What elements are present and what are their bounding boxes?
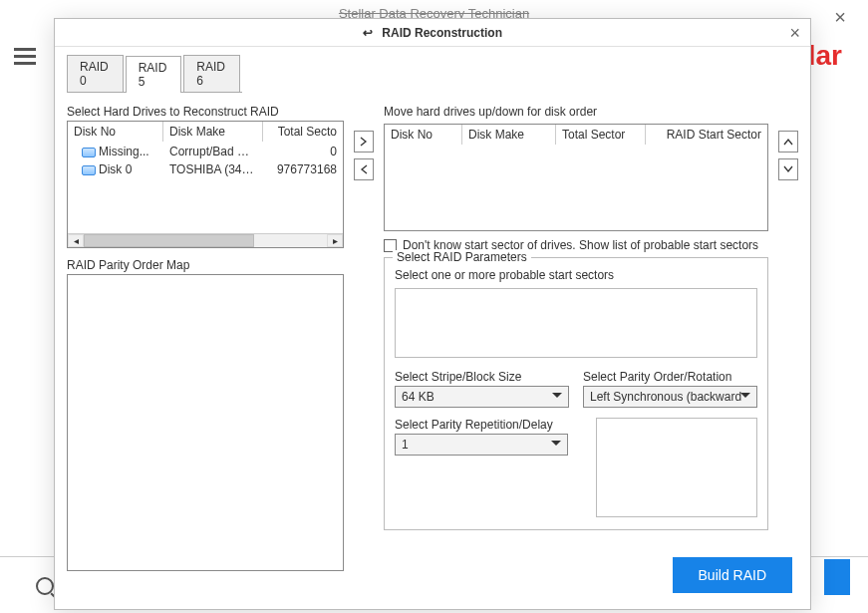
dialog-title-text: RAID Reconstruction bbox=[382, 26, 502, 40]
bg-primary-button-fragment[interactable] bbox=[824, 559, 850, 595]
chevron-down-icon bbox=[552, 393, 562, 398]
cell-sector: 976773168 bbox=[263, 160, 343, 178]
undo-icon: ↪ bbox=[363, 19, 373, 47]
table-row[interactable]: Missing... Corrupt/Bad RA... 0 bbox=[68, 143, 343, 160]
parity-map-label: RAID Parity Order Map bbox=[67, 258, 344, 272]
hamburger-icon[interactable] bbox=[14, 44, 36, 69]
bg-close-icon[interactable]: × bbox=[834, 6, 846, 29]
parity-delay-value: 1 bbox=[402, 438, 409, 452]
close-icon[interactable]: × bbox=[789, 23, 800, 44]
parity-order-label: Select Parity Order/Rotation bbox=[583, 370, 757, 384]
col-total-sector[interactable]: Total Secto bbox=[263, 122, 343, 142]
cell-disk-make: TOSHIBA (34CK... bbox=[163, 160, 263, 178]
move-drives-label: Move hard drives up/down for disk order bbox=[384, 105, 768, 119]
move-right-button[interactable] bbox=[354, 131, 374, 153]
tab-raid5[interactable]: RAID 5 bbox=[126, 56, 182, 93]
probable-sectors-list[interactable] bbox=[395, 288, 757, 358]
move-left-button[interactable] bbox=[354, 158, 374, 180]
cell-disk-no: Disk 0 bbox=[68, 160, 163, 178]
chevron-down-icon bbox=[783, 164, 793, 174]
tab-raid6[interactable]: RAID 6 bbox=[183, 55, 240, 92]
parity-rotation-box bbox=[596, 418, 757, 517]
probable-sectors-label: Select one or more probable start sector… bbox=[395, 268, 757, 282]
tab-raid0[interactable]: RAID 0 bbox=[67, 55, 124, 92]
scroll-right-icon[interactable]: ▸ bbox=[327, 234, 343, 247]
cell-disk-no: Missing... bbox=[68, 143, 163, 160]
col-total-sector[interactable]: Total Sector bbox=[556, 125, 646, 145]
col-disk-make[interactable]: Disk Make bbox=[462, 125, 556, 145]
stripe-size-label: Select Stripe/Block Size bbox=[395, 370, 569, 384]
raid-tabs: RAID 0 RAID 5 RAID 6 bbox=[67, 55, 242, 93]
parity-delay-select[interactable]: 1 bbox=[395, 434, 568, 456]
stripe-size-select[interactable]: 64 KB bbox=[395, 386, 569, 408]
chevron-down-icon bbox=[551, 441, 561, 446]
move-down-button[interactable] bbox=[778, 158, 798, 180]
move-up-button[interactable] bbox=[778, 131, 798, 153]
select-drives-label: Select Hard Drives to Reconstruct RAID bbox=[67, 105, 344, 119]
cell-sector: 0 bbox=[263, 143, 343, 160]
parity-map-box bbox=[67, 274, 344, 571]
ordered-drives-list[interactable]: Disk No Disk Make Total Sector RAID Star… bbox=[384, 124, 768, 231]
col-disk-no[interactable]: Disk No bbox=[68, 122, 163, 142]
cell-disk-make: Corrupt/Bad RA... bbox=[163, 143, 263, 160]
scroll-left-icon[interactable]: ◂ bbox=[68, 234, 84, 247]
parity-order-value: Left Synchronous (backward bbox=[590, 390, 741, 404]
parity-order-select[interactable]: Left Synchronous (backward bbox=[583, 386, 757, 408]
raid-parameters-legend: Select RAID Parameters bbox=[393, 250, 531, 264]
build-raid-button[interactable]: Build RAID bbox=[673, 557, 792, 593]
table-row[interactable]: Disk 0 TOSHIBA (34CK... 976773168 bbox=[68, 160, 343, 178]
chevron-down-icon bbox=[740, 393, 750, 398]
dialog-titlebar: ↪ RAID Reconstruction × bbox=[55, 19, 810, 47]
dialog-title: ↪ RAID Reconstruction bbox=[55, 19, 810, 47]
stripe-size-value: 64 KB bbox=[402, 390, 434, 404]
chevron-up-icon bbox=[783, 137, 793, 147]
scroll-thumb[interactable] bbox=[84, 234, 254, 247]
parity-delay-label: Select Parity Repetition/Delay bbox=[395, 418, 568, 432]
disk-icon bbox=[82, 165, 96, 175]
source-drives-list[interactable]: Disk No Disk Make Total Secto Missing...… bbox=[67, 121, 344, 248]
col-disk-make[interactable]: Disk Make bbox=[163, 122, 263, 142]
chevron-right-icon bbox=[359, 137, 369, 147]
raid-reconstruction-dialog: ↪ RAID Reconstruction × RAID 0 RAID 5 RA… bbox=[54, 18, 811, 610]
col-disk-no[interactable]: Disk No bbox=[385, 125, 462, 145]
raid-parameters-fieldset: Select RAID Parameters Select one or mor… bbox=[384, 257, 768, 530]
disk-icon bbox=[82, 148, 96, 157]
col-start-sector[interactable]: RAID Start Sector bbox=[646, 125, 767, 145]
chevron-left-icon bbox=[359, 164, 369, 174]
horizontal-scrollbar[interactable]: ◂ ▸ bbox=[68, 233, 343, 247]
search-icon[interactable] bbox=[36, 577, 54, 595]
